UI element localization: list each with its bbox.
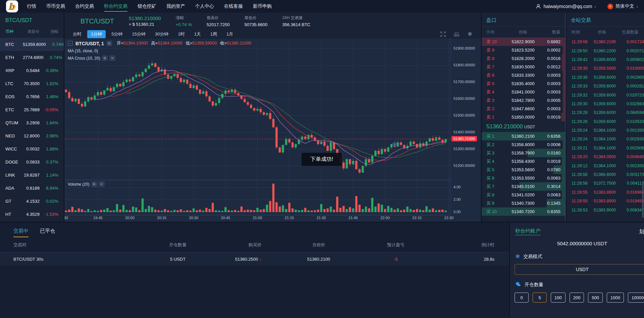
chart-canvas[interactable] <box>64 39 450 222</box>
transfer-link[interactable]: 划转 <box>639 229 644 235</box>
ob-amount: 0.0005 <box>539 98 560 103</box>
amount-button-0[interactable]: 0 <box>515 293 529 303</box>
trade-mode-select[interactable]: USDT <box>515 264 644 275</box>
interval-1月[interactable]: 1月 <box>223 30 237 38</box>
ob-price: 51358.4300 <box>507 159 539 164</box>
watchlist-row-ADA[interactable]: ADA0.61896.94% <box>0 182 64 195</box>
volume-gear-icon[interactable]: ⚙ <box>92 182 97 187</box>
bid-row[interactable]: 买 551353.56000.0780 <box>482 166 565 174</box>
watchlist-row-BTC[interactable]: BTC51359.60000.74% <box>0 38 64 51</box>
scrollbar-thumb[interactable] <box>642 182 644 218</box>
interval-1天[interactable]: 1天 <box>191 30 205 38</box>
ask-row[interactable]: 卖 851828.20000.0016 <box>482 54 565 63</box>
volume-close-icon[interactable]: ✕ <box>99 182 104 187</box>
tab-已平仓[interactable]: 已平仓 <box>40 228 55 237</box>
price-axis[interactable]: 51900.0000051800.0000051700.0000051600.0… <box>450 39 481 222</box>
amount-button-1000[interactable]: 1000 <box>607 293 624 303</box>
interval-分时[interactable]: 分时 <box>69 30 85 38</box>
tab-交易中[interactable]: 交易中 <box>13 228 29 237</box>
amount-button-200[interactable]: 200 <box>570 293 584 303</box>
indicator-icon[interactable] <box>453 31 460 37</box>
watchlist-row-QTUM[interactable]: QTUM3.29081.84% <box>0 116 64 129</box>
ob-amount: 0.0003 <box>539 73 560 78</box>
bid-row[interactable]: 买 1051340.72000.6355 <box>482 207 565 216</box>
watchlist-row-ETC[interactable]: ETC25.7669-0.05% <box>0 103 64 116</box>
nav-item-秒合约交易[interactable]: 秒合约交易 <box>104 0 127 13</box>
nav-item-我的资产[interactable]: 我的资产 <box>166 0 185 13</box>
coin-price: 0.5484 <box>23 68 40 73</box>
nav-item-在线客服[interactable]: 在线客服 <box>224 0 243 13</box>
interval-1分钟[interactable]: 1分钟 <box>87 30 106 38</box>
bid-row[interactable]: 买 351358.79000.0160 <box>482 149 565 157</box>
bid-row[interactable]: 买 751345.01000.3014 <box>482 182 565 191</box>
ask-row[interactable]: 卖 551835.40000.0003 <box>482 79 565 88</box>
time-axis[interactable]: 3019:4520:0020:1520:3020:4521:0021:1521:… <box>64 216 450 222</box>
interval-15分钟[interactable]: 15分钟 <box>128 30 149 38</box>
indicator-close-icon[interactable]: ✕ <box>110 56 115 61</box>
watchlist-row-ETH[interactable]: ETH2774.69000.74% <box>0 51 64 64</box>
bid-row[interactable]: 买 951340.73000.1345 <box>482 199 565 207</box>
ask-row[interactable]: 卖 751830.50000.0012 <box>482 63 565 71</box>
nav-item-锁仓挖矿[interactable]: 锁仓挖矿 <box>138 0 156 13</box>
amount-buttons: 051002005001000100000 <box>515 293 644 303</box>
bid-row[interactable]: 买 451358.43000.0019 <box>482 157 565 166</box>
orderbook-title: 盘口 <box>482 13 565 27</box>
interval-1时[interactable]: 1时 <box>174 30 188 38</box>
bid-row[interactable]: 买 851341.02000.0063 <box>482 191 565 199</box>
interval-30分钟[interactable]: 30分钟 <box>151 30 172 38</box>
watchlist-row-NEO[interactable]: NEO12.80002.98% <box>0 129 64 142</box>
time-tick: 21:00 <box>253 216 262 220</box>
bid-row[interactable]: 买 151360.21000.6356 <box>482 132 565 140</box>
chart-settings-gear-icon[interactable] <box>467 31 473 37</box>
interval-5分钟[interactable]: 5分钟 <box>108 30 126 38</box>
brand-logo[interactable]: b <box>6 0 18 12</box>
amount-button-100[interactable]: 100 <box>551 293 566 303</box>
user-account-menu[interactable]: haiwaiymcom@qq.com ‹ <box>536 4 596 9</box>
trade-price: 51360.2100 <box>594 40 616 44</box>
fullscreen-icon[interactable] <box>440 31 446 37</box>
watchlist-row-EOS[interactable]: EOS0.76561.46% <box>0 90 64 103</box>
col-price[interactable]: 最新价 <box>23 29 40 35</box>
position-current-price: 51360.2100 <box>262 257 376 262</box>
nav-item-币币交易[interactable]: 币币交易 <box>46 0 65 13</box>
nav-item-新币申购[interactable]: 新币申购 <box>253 0 272 13</box>
language-selector[interactable]: ★ 简体中文 ‹ <box>607 3 638 9</box>
candlestick-chart[interactable]: 51900.0000051800.0000051700.0000051600.0… <box>64 39 481 222</box>
trade-time: 11:29:26 <box>572 119 594 124</box>
ask-row[interactable]: 卖 651833.33000.0003 <box>482 71 565 79</box>
bid-row[interactable]: 买 651353.55000.0063 <box>482 174 565 182</box>
col-change[interactable]: 涨幅 <box>40 29 58 35</box>
ask-row[interactable]: 卖 951823.52000.0002 <box>482 46 565 54</box>
coin-price: 0.0833 <box>23 160 40 165</box>
ask-row[interactable]: 卖 351842.78000.0005 <box>482 96 565 105</box>
ask-row[interactable]: 卖 251847.66000.0003 <box>482 105 565 113</box>
stat-high: 最高价 52017.7200 <box>207 15 230 27</box>
ask-row[interactable]: 卖 451841.00000.0003 <box>482 88 565 96</box>
amount-button-100000[interactable]: 100000 <box>628 293 644 303</box>
ob-direction: 买 6 <box>486 175 507 181</box>
ob-price: 51830.5000 <box>507 64 539 69</box>
indicator-gear-icon[interactable]: ⚙ <box>102 56 108 61</box>
open-amount-label: 开仓数量 <box>525 282 543 288</box>
watchlist-row-DOGE[interactable]: DOGE0.08330.37% <box>0 155 64 169</box>
amount-button-500[interactable]: 500 <box>588 293 603 303</box>
watchlist-row-WICC[interactable]: WICC0.00321.88% <box>0 142 64 155</box>
ask-row[interactable]: 卖 151850.00000.0019 <box>482 113 565 121</box>
col-coin[interactable]: 币种 <box>5 29 23 35</box>
watchlist-row-LTC[interactable]: LTC70.35001.82% <box>0 77 64 90</box>
nav-item-行情[interactable]: 行情 <box>27 0 36 13</box>
watchlist-row-HT[interactable]: HT4.3529-1.53% <box>0 208 64 221</box>
interval-1周[interactable]: 1周 <box>207 30 221 38</box>
ask-row[interactable]: 卖 1051822.90000.6892 <box>482 38 565 46</box>
nav-item-合约交易[interactable]: 合约交易 <box>75 0 94 13</box>
trade-amount: 0.002355 <box>616 164 644 168</box>
bid-row[interactable]: 买 251358.80000.0006 <box>482 140 565 149</box>
nav-item-个人中心[interactable]: 个人中心 <box>195 0 214 13</box>
watchlist-row-LINK[interactable]: LINK19.82871.14% <box>0 169 64 182</box>
ob-direction: 买 9 <box>486 200 507 206</box>
time-tick: 30 <box>64 216 68 220</box>
watchlist-row-XRP[interactable]: XRP0.54840.39% <box>0 64 64 77</box>
watchlist-row-GT[interactable]: GT4.15320.02% <box>0 195 64 208</box>
amount-button-5[interactable]: 5 <box>533 293 547 303</box>
coin-price: 0.0032 <box>23 146 40 151</box>
